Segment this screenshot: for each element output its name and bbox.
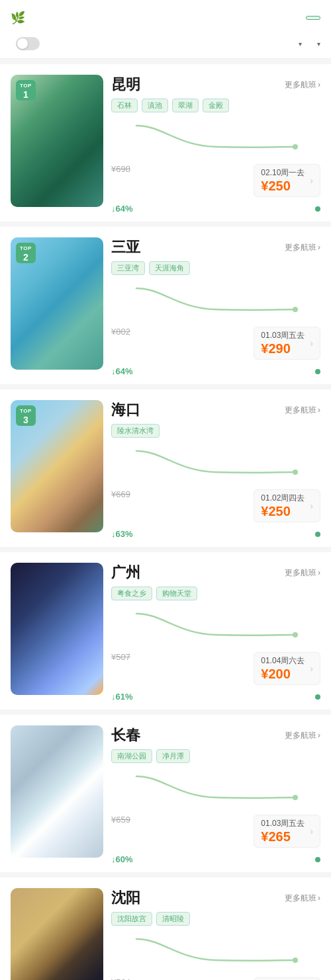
price-info: ¥659 01.03周五去 ¥265 › — [111, 815, 320, 848]
top-label: TOP — [20, 245, 32, 251]
svg-point-0 — [293, 144, 298, 149]
destination-info: 昆明 更多航班 › 石林滇池翠湖金殿 ¥698 02.10周一去 ¥250 — [111, 75, 320, 214]
flight-date-price-button[interactable]: 01.03周五去 ¥265 › — [254, 815, 320, 848]
destination-tag: 翠湖 — [172, 99, 199, 112]
discount-badge: ↓64% — [111, 204, 133, 214]
flight-date-price-button[interactable]: 01.03周五去 ¥290 › — [254, 327, 320, 360]
price-curve-area — [111, 770, 320, 809]
toggle-switch[interactable] — [16, 37, 40, 50]
discount-badge: ↓60% — [111, 854, 133, 864]
discount-dot — [315, 857, 320, 862]
svg-point-3 — [293, 632, 298, 637]
destination-tags: 三亚湾天涯海角 — [111, 261, 320, 275]
filter-arrow-icon: ▾ — [317, 40, 320, 48]
price-info: ¥698 02.10周一去 ¥250 › — [111, 164, 320, 197]
destination-image-wrap: TOP 2 — [11, 237, 103, 370]
price-curve-area — [111, 932, 320, 972]
discount-row: ↓64% — [111, 366, 320, 376]
top-badge: TOP 3 — [16, 405, 36, 426]
top-num: 2 — [20, 253, 32, 262]
flight-date: 01.03周五去 — [261, 818, 305, 829]
destination-image — [11, 563, 103, 695]
destination-tag: 三亚湾 — [111, 261, 145, 275]
more-flights-link[interactable]: 更多航班 › — [285, 242, 320, 253]
sort-button[interactable]: ▾ — [297, 40, 302, 48]
flight-price: ¥250 — [261, 504, 305, 519]
destination-card: 广州 更多航班 › 粤食之乡购物天堂 ¥507 01.04周六去 ¥200 — [0, 552, 331, 710]
toggle-knob — [17, 38, 28, 49]
destination-info: 海口 更多航班 › 陵水清水湾 ¥669 01.02周四去 ¥250 — [111, 400, 320, 539]
price-curve-area — [111, 444, 320, 484]
top-label: TOP — [20, 83, 32, 89]
header: 🌿 — [0, 0, 331, 30]
destination-image-wrap — [11, 888, 103, 980]
destination-image — [11, 725, 103, 858]
discount-dot — [315, 369, 320, 374]
destination-tag: 购物天堂 — [156, 587, 197, 600]
original-price: ¥659 — [111, 815, 130, 825]
destination-tag: 石林 — [111, 99, 138, 112]
destination-name-row: 长春 更多航班 › — [111, 725, 320, 745]
more-flights-link[interactable]: 更多航班 › — [285, 405, 320, 416]
destination-tag: 陵水清水湾 — [111, 424, 160, 438]
price-arrow-icon: › — [310, 175, 313, 186]
destination-tag: 清昭陵 — [156, 912, 190, 926]
header-badge — [306, 16, 320, 20]
original-price: ¥802 — [111, 327, 130, 337]
discount-dot — [315, 532, 320, 537]
top-num: 3 — [20, 415, 32, 425]
filter-actions: ▾ ▾ — [297, 40, 320, 48]
more-flights-chevron-icon: › — [318, 405, 320, 415]
top-label: TOP — [20, 408, 32, 414]
flight-price: ¥250 — [261, 179, 305, 194]
top-badge: TOP 2 — [16, 243, 36, 263]
more-flights-chevron-icon: › — [318, 243, 320, 252]
discount-badge: ↓63% — [111, 529, 133, 539]
flight-date-price-button[interactable]: 01.02周四去 ¥250 › — [254, 489, 320, 522]
destination-name-row: 沈阳 更多航班 › — [111, 888, 320, 908]
flight-date: 01.03周五去 — [261, 330, 305, 341]
price-arrow-icon: › — [310, 338, 313, 348]
flight-date-price-button[interactable]: 01.05周日去 ¥238 › — [254, 977, 320, 980]
more-flights-link[interactable]: 更多航班 › — [285, 567, 320, 579]
price-curve-area — [111, 119, 320, 159]
more-flights-link[interactable]: 更多航班 › — [285, 893, 320, 904]
top-badge: TOP 1 — [16, 80, 36, 101]
svg-point-2 — [293, 470, 298, 475]
discount-row: ↓61% — [111, 692, 320, 702]
destination-name: 昆明 — [111, 75, 140, 95]
price-arrow-icon: › — [310, 501, 313, 511]
destination-card: TOP 3 海口 更多航班 › 陵水清水湾 ¥669 — [0, 389, 331, 547]
destination-tags: 陵水清水湾 — [111, 424, 320, 438]
more-flights-link[interactable]: 更多航班 › — [285, 79, 320, 91]
price-info: ¥507 01.04周六去 ¥200 › — [111, 652, 320, 685]
destination-tags: 粤食之乡购物天堂 — [111, 587, 320, 600]
svg-point-1 — [293, 307, 298, 312]
more-flights-chevron-icon: › — [318, 893, 320, 903]
destination-image — [11, 888, 103, 980]
flight-date: 01.02周四去 — [261, 493, 305, 504]
cards-container: TOP 1 昆明 更多航班 › 石林滇池翠湖金殿 ¥698 — [0, 64, 331, 980]
flight-date-price-button[interactable]: 02.10周一去 ¥250 › — [254, 164, 320, 197]
flight-date-price-button[interactable]: 01.04周六去 ¥200 › — [254, 652, 320, 685]
more-flights-link[interactable]: 更多航班 › — [285, 730, 320, 741]
destination-card: 沈阳 更多航班 › 沈阳故宫清昭陵 ¥564 01.05周日去 ¥238 — [0, 878, 331, 980]
destination-name-row: 广州 更多航班 › — [111, 563, 320, 583]
destination-tags: 南湖公园净月潭 — [111, 749, 320, 763]
more-flights-chevron-icon: › — [318, 80, 320, 89]
filter-button[interactable]: ▾ — [315, 40, 320, 48]
destination-tags: 沈阳故宫清昭陵 — [111, 912, 320, 926]
direct-flight-toggle[interactable] — [11, 37, 40, 50]
original-price: ¥698 — [111, 164, 130, 174]
price-curve-area — [111, 607, 320, 647]
destination-tag: 滇池 — [142, 99, 168, 112]
destination-image-wrap — [11, 563, 103, 695]
price-curve-area — [111, 282, 320, 321]
discount-badge: ↓64% — [111, 366, 133, 376]
destination-tag: 南湖公园 — [111, 749, 152, 763]
title-decoration-left: 🌿 — [11, 11, 25, 25]
filter-bar: ▾ ▾ — [0, 30, 331, 59]
page: 🌿 ▾ ▾ TOP 1 — [0, 0, 331, 980]
destination-card: 长春 更多航班 › 南湖公园净月潭 ¥659 01.03周五去 ¥265 — [0, 715, 331, 872]
original-price: ¥669 — [111, 489, 130, 499]
